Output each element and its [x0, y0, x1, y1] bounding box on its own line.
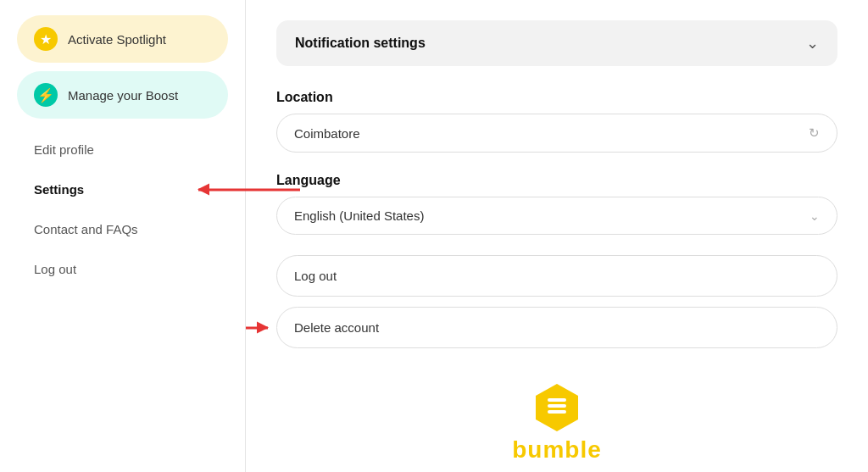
sidebar-item-settings[interactable]: Settings	[17, 172, 228, 207]
delete-account-wrapper: Delete account	[276, 307, 837, 348]
manage-boost-button[interactable]: ⚡ Manage your Boost	[17, 71, 228, 119]
log-out-button[interactable]: Log out	[276, 255, 837, 297]
edit-profile-label: Edit profile	[34, 142, 94, 157]
location-section: Location Coimbatore ↻	[276, 90, 837, 153]
contact-faqs-label: Contact and FAQs	[34, 222, 138, 236]
bumble-logo: bumble	[276, 382, 837, 464]
bumble-hex-icon	[531, 382, 582, 433]
boost-label: Manage your Boost	[68, 88, 178, 103]
location-title: Location	[276, 90, 837, 105]
activate-spotlight-button[interactable]: ★ Activate Spotlight	[17, 15, 228, 63]
delete-account-button[interactable]: Delete account	[276, 307, 837, 348]
sidebar-item-log-out[interactable]: Log out	[17, 252, 228, 286]
spotlight-icon: ★	[34, 27, 58, 51]
svg-rect-2	[548, 410, 566, 414]
chevron-down-icon: ⌄	[806, 34, 819, 53]
sidebar-item-edit-profile[interactable]: Edit profile	[17, 132, 228, 167]
sidebar: ★ Activate Spotlight ⚡ Manage your Boost…	[0, 0, 246, 472]
language-chevron-icon: ⌄	[810, 209, 820, 223]
location-field[interactable]: Coimbatore ↻	[276, 114, 837, 153]
log-out-nav-label: Log out	[34, 262, 76, 276]
settings-label: Settings	[34, 182, 84, 197]
language-value: English (United States)	[294, 208, 424, 223]
notification-settings-label: Notification settings	[295, 36, 426, 51]
sidebar-item-contact-faqs[interactable]: Contact and FAQs	[17, 212, 228, 247]
spotlight-label: Activate Spotlight	[68, 32, 166, 47]
location-value: Coimbatore	[294, 126, 360, 141]
language-section: Language English (United States) ⌄	[276, 173, 837, 235]
svg-rect-3	[548, 398, 566, 402]
language-title: Language	[276, 173, 837, 188]
refresh-icon[interactable]: ↻	[809, 125, 820, 141]
notification-settings-dropdown[interactable]: Notification settings ⌄	[276, 20, 837, 66]
delete-arrow-line	[246, 326, 268, 329]
svg-rect-1	[548, 404, 566, 408]
language-select[interactable]: English (United States) ⌄	[276, 197, 837, 235]
bumble-text: bumble	[512, 436, 602, 464]
delete-arrow	[246, 326, 268, 329]
boost-icon: ⚡	[34, 83, 58, 107]
main-content: Notification settings ⌄ Location Coimbat…	[246, 0, 868, 472]
